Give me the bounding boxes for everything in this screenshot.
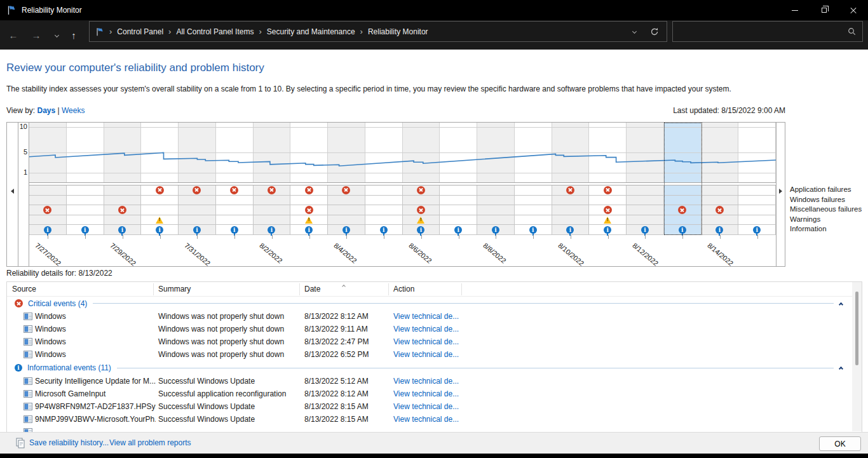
view-technical-details-link[interactable]: View technical de... xyxy=(393,323,459,335)
forward-button[interactable]: → xyxy=(29,20,43,50)
event-column-8/7/2022[interactable] xyxy=(440,185,477,235)
x-tick xyxy=(571,235,571,239)
view-technical-details-link[interactable]: View technical de... xyxy=(393,375,459,387)
event-cell xyxy=(365,185,402,196)
event-column-7/28/2022[interactable] xyxy=(67,185,104,235)
view-technical-details-link[interactable]: View technical de... xyxy=(393,413,459,426)
x-axis-label-8/14/2022: 8/14/2022 xyxy=(706,241,735,267)
view-all-problem-reports-link[interactable]: View all problem reports xyxy=(109,433,191,454)
event-column-8/12/2022[interactable] xyxy=(627,185,664,235)
event-column-8/14/2022[interactable] xyxy=(702,185,739,235)
table-row[interactable]: 9P4W8RFN9M2T-AD2F1837.HPSys...Successful… xyxy=(7,400,862,413)
event-column-8/3/2022[interactable] xyxy=(290,185,328,235)
breadcrumb-item-control-panel[interactable]: Control Panel xyxy=(114,27,166,36)
table-row-partial[interactable] xyxy=(7,426,862,432)
event-cell xyxy=(627,215,663,226)
refresh-icon[interactable] xyxy=(650,27,659,36)
event-column-8/5/2022[interactable] xyxy=(365,185,403,235)
search-box[interactable] xyxy=(672,21,863,42)
view-days-link[interactable]: Days xyxy=(37,106,55,115)
cell-source: Windows xyxy=(35,348,156,361)
group-header-critical[interactable]: Critical events (4) xyxy=(7,297,862,310)
table-row[interactable]: WindowsWindows was not properly shut dow… xyxy=(7,335,862,348)
x-axis-label-8/10/2022: 8/10/2022 xyxy=(557,241,585,267)
scrollbar-thumb[interactable] xyxy=(855,292,858,365)
event-column-8/4/2022[interactable] xyxy=(328,185,365,235)
table-scrollbar[interactable] xyxy=(852,282,862,431)
event-cell xyxy=(29,205,66,215)
column-header-action[interactable]: Action xyxy=(393,282,414,297)
event-cell xyxy=(328,205,365,215)
legend-miscellaneous-failures: Miscellaneous failures xyxy=(790,205,862,215)
table-row[interactable]: 9NMPJ99VJBWV-Microsoft.YourPh...Successf… xyxy=(7,413,862,426)
cell-source: Microsoft GameInput xyxy=(35,387,156,400)
breadcrumb[interactable]: ›Control Panel›All Control Panel Items›S… xyxy=(89,21,667,42)
information-event-icon xyxy=(342,226,350,234)
view-technical-details-link[interactable]: View technical de... xyxy=(393,348,459,361)
event-cell xyxy=(141,215,178,226)
event-column-8/2/2022[interactable] xyxy=(254,185,291,235)
x-axis-label-7/27/2022: 7/27/2022 xyxy=(34,241,63,267)
breadcrumb-item-reliability-monitor[interactable]: Reliability Monitor xyxy=(365,27,431,36)
search-icon[interactable] xyxy=(848,27,856,36)
breadcrumb-item-security-and-maintenance[interactable]: Security and Maintenance xyxy=(264,27,358,36)
event-column-7/29/2022[interactable] xyxy=(104,185,142,235)
event-cell xyxy=(515,225,552,235)
column-header-summary[interactable]: Summary xyxy=(158,282,191,297)
event-column-7/27/2022[interactable] xyxy=(29,185,67,235)
page-title: Review your computer's reliability and p… xyxy=(6,62,264,74)
view-weeks-link[interactable]: Weeks xyxy=(62,106,85,115)
event-cell xyxy=(627,205,663,215)
event-column-8/10/2022[interactable] xyxy=(552,185,590,235)
view-technical-details-link[interactable]: View technical de... xyxy=(393,400,459,413)
view-technical-details-link[interactable]: View technical de... xyxy=(393,387,459,400)
table-row[interactable]: Security Intelligence Update for M...Suc… xyxy=(7,375,862,387)
view-technical-details-link[interactable]: View technical de... xyxy=(393,310,459,323)
event-column-7/30/2022[interactable] xyxy=(141,185,179,235)
event-column-8/6/2022[interactable] xyxy=(403,185,440,235)
column-divider xyxy=(299,283,300,295)
event-cell xyxy=(477,205,514,215)
collapse-group-icon[interactable] xyxy=(839,302,843,306)
column-header-date[interactable]: Date xyxy=(304,282,320,297)
cell-summary: Windows was not properly shut down xyxy=(158,335,284,348)
event-column-8/1/2022[interactable] xyxy=(216,185,254,235)
event-column-7/31/2022[interactable] xyxy=(179,185,216,235)
recent-pages-button[interactable] xyxy=(50,20,64,50)
event-column-8/15/2022[interactable] xyxy=(738,185,776,235)
table-row[interactable]: WindowsWindows was not properly shut dow… xyxy=(7,310,862,323)
bottom-edge xyxy=(0,454,868,458)
details-table: Source Summary Date Action Critical even… xyxy=(6,281,862,432)
breadcrumb-item-all-control-panel-items[interactable]: All Control Panel Items xyxy=(173,27,256,36)
critical-event-icon xyxy=(305,206,313,214)
event-column-8/8/2022[interactable] xyxy=(477,185,515,235)
event-cell xyxy=(179,225,215,235)
chart-scroll-left-strip[interactable] xyxy=(7,123,18,266)
up-button[interactable]: ↑ xyxy=(67,20,81,50)
table-row[interactable]: WindowsWindows was not properly shut dow… xyxy=(7,323,862,335)
collapse-group-icon[interactable] xyxy=(839,367,843,371)
save-history-icon xyxy=(16,438,25,450)
back-button[interactable]: ← xyxy=(6,20,20,50)
close-button[interactable] xyxy=(839,0,868,20)
event-column-8/9/2022[interactable] xyxy=(515,185,552,235)
event-column-8/11/2022[interactable] xyxy=(589,185,627,235)
minimize-button[interactable] xyxy=(780,0,810,20)
event-cell xyxy=(29,225,66,235)
view-technical-details-link[interactable]: View technical de... xyxy=(393,335,459,348)
column-header-source[interactable]: Source xyxy=(12,282,36,297)
source-window-icon xyxy=(24,325,32,335)
search-input[interactable] xyxy=(673,27,848,36)
cell-summary: Successful Windows Update xyxy=(158,375,255,387)
maximize-button[interactable] xyxy=(810,0,839,20)
x-tick xyxy=(48,235,48,239)
table-row[interactable]: Microsoft GameInputSuccessful applicatio… xyxy=(7,387,862,400)
address-dropdown-icon[interactable] xyxy=(632,29,637,34)
event-column-8/13/2022[interactable] xyxy=(664,185,702,235)
ok-button[interactable]: OK xyxy=(819,436,861,451)
warning-event-icon xyxy=(604,217,611,224)
scroll-right-icon[interactable] xyxy=(779,189,782,194)
save-reliability-history-link[interactable]: Save reliability history... xyxy=(29,433,109,454)
table-row[interactable]: WindowsWindows was not properly shut dow… xyxy=(7,348,862,361)
group-header-informational[interactable]: Informational events (11) xyxy=(7,361,862,375)
